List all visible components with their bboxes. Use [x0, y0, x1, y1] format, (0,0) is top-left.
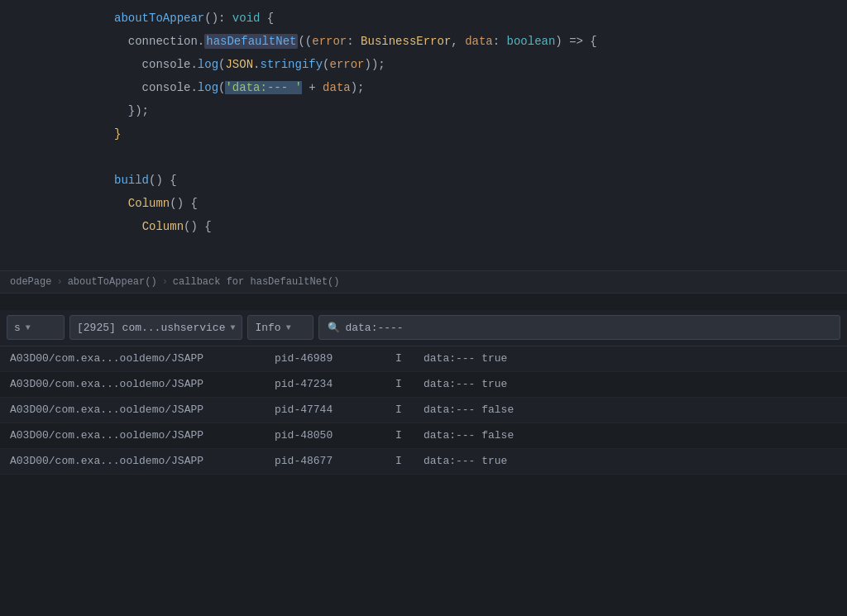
code-area: aboutToAppear(): void { connection.hasDe… [0, 0, 847, 245]
log-level-5: I [374, 451, 424, 471]
log-row-5: A03D00/com.exa...ooldemo/JSAPP pid-48677… [0, 449, 847, 475]
log-pid-2: pid-47234 [275, 375, 374, 394]
log-level-select[interactable]: Info ▼ [247, 315, 313, 340]
log-path-3: A03D00/com.exa...ooldemo/JSAPP [10, 400, 275, 420]
log-pid-4: pid-48050 [275, 426, 374, 446]
section-separator [0, 294, 847, 310]
log-area: A03D00/com.exa...ooldemo/JSAPP pid-46989… [0, 346, 847, 617]
log-path-4: A03D00/com.exa...ooldemo/JSAPP [10, 426, 275, 446]
line-content-10: Column() { [45, 192, 847, 261]
log-level-value: Info [255, 322, 280, 334]
breadcrumb-bar: odePage › aboutToAppear() › callback for… [0, 270, 847, 294]
breadcrumb-sep-1: › [56, 276, 62, 288]
process-id-select[interactable]: [2925] com...ushservice ▼ [69, 315, 242, 340]
process-filter-chevron: ▼ [26, 323, 31, 332]
log-path-2: A03D00/com.exa...ooldemo/JSAPP [10, 375, 275, 394]
log-message-5: data:--- true [424, 451, 837, 471]
breadcrumb-item-2: aboutToAppear() [68, 276, 157, 288]
log-level-4: I [374, 426, 424, 446]
code-line-6: } [0, 122, 847, 146]
search-icon: 🔍 [328, 322, 340, 334]
log-message-2: data:--- true [424, 375, 837, 394]
log-message-1: data:--- true [424, 349, 837, 369]
process-id-chevron: ▼ [230, 323, 235, 332]
log-path-1: A03D00/com.exa...ooldemo/JSAPP [10, 349, 275, 369]
log-pid-5: pid-48677 [275, 451, 374, 471]
process-filter-value: s [14, 322, 21, 334]
search-value: data:---- [345, 322, 403, 334]
log-pid-3: pid-47744 [275, 400, 374, 420]
log-row-3: A03D00/com.exa...ooldemo/JSAPP pid-47744… [0, 398, 847, 423]
log-level-2: I [374, 375, 424, 394]
code-line-10: Column() { [0, 215, 847, 238]
log-row-4: A03D00/com.exa...ooldemo/JSAPP pid-48050… [0, 423, 847, 449]
log-level-1: I [374, 349, 424, 369]
log-level-3: I [374, 400, 424, 420]
log-level-chevron: ▼ [286, 323, 291, 332]
log-row-2: A03D00/com.exa...ooldemo/JSAPP pid-47234… [0, 372, 847, 398]
log-search-box[interactable]: 🔍 data:---- [318, 315, 840, 340]
main-container: aboutToAppear(): void { connection.hasDe… [0, 0, 847, 616]
process-filter-select[interactable]: s ▼ [7, 315, 65, 340]
breadcrumb-sep-2: › [162, 276, 168, 288]
breadcrumb-item-1: odePage [10, 276, 51, 288]
log-path-5: A03D00/com.exa...ooldemo/JSAPP [10, 451, 275, 471]
code-section: aboutToAppear(): void { connection.hasDe… [0, 0, 847, 270]
breadcrumb-item-3: callback for hasDefaultNet() [173, 276, 340, 288]
log-row-1: A03D00/com.exa...ooldemo/JSAPP pid-46989… [0, 346, 847, 372]
process-id-value: [2925] com...ushservice [77, 322, 225, 334]
log-message-4: data:--- false [424, 426, 837, 446]
toolbar-bar: s ▼ [2925] com...ushservice ▼ Info ▼ 🔍 d… [0, 310, 847, 346]
log-pid-1: pid-46989 [275, 349, 374, 369]
log-message-3: data:--- false [424, 400, 837, 420]
